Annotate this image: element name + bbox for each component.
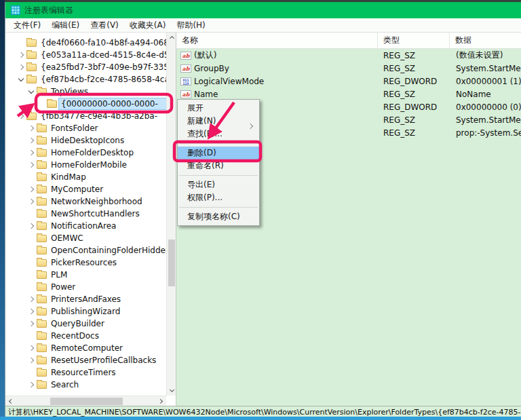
tree-item[interactable]: FontsFolder	[5, 122, 166, 134]
tree-item-label[interactable]: HideDesktopIcons	[49, 135, 126, 146]
chevron-right-icon[interactable]	[27, 149, 35, 157]
chevron-right-icon[interactable]	[27, 344, 35, 352]
menu-bar-item[interactable]: 帮助(H)	[171, 18, 210, 33]
context-menu-item[interactable]: 导出(E)	[178, 178, 259, 191]
tree-item[interactable]: {de4f0660-fa10-4b8f-a494-068b	[5, 37, 166, 49]
tree-item[interactable]: ResetUserProfileCallbacks	[5, 354, 166, 366]
chevron-right-icon[interactable]	[27, 381, 35, 389]
tree-item[interactable]: KindMap	[5, 171, 166, 183]
scroll-right-icon[interactable]	[156, 396, 166, 406]
tree-item[interactable]: TopViews	[5, 85, 166, 98]
tree-item-label[interactable]: FontsFolder	[49, 123, 100, 134]
tree-item[interactable]: ResourceTimers	[5, 366, 166, 379]
tree-item[interactable]: {fbb3477e-c9e4-4b3b-a2ba-	[5, 110, 166, 122]
chevron-right-icon[interactable]	[27, 356, 35, 364]
column-header-name[interactable]: 名称	[176, 33, 378, 48]
tree-item-label[interactable]: NewShortcutHandlers	[49, 208, 142, 219]
tree-item-label[interactable]: {de4f0660-fa10-4b8f-a494-068b	[39, 37, 166, 48]
tree-item-label[interactable]: {ea25fbd7-3bf7-409e-b97f-335	[39, 62, 166, 73]
tree-item[interactable]: RemoteComputer	[5, 342, 166, 354]
tree-item[interactable]: HideDesktopIcons	[5, 134, 166, 147]
chevron-right-icon[interactable]	[27, 161, 35, 169]
scroll-up-icon[interactable]	[167, 33, 176, 43]
title-bar[interactable]: 注册表编辑器	[5, 2, 521, 18]
scroll-down-icon[interactable]	[167, 385, 176, 396]
tree-item[interactable]: NotificationArea	[5, 220, 166, 232]
chevron-right-icon[interactable]	[27, 222, 35, 230]
tree-item[interactable]: PLM	[5, 269, 166, 281]
tree-item[interactable]: NetworkNeighborhood	[5, 195, 166, 208]
tree-item[interactable]: {ea25fbd7-3bf7-409e-b97f-335	[5, 61, 166, 73]
tree-item[interactable]: Power	[5, 281, 166, 293]
tree-item-label[interactable]: {fbb3477e-c9e4-4b3b-a2ba-	[39, 111, 159, 121]
tree-item-label[interactable]: ResetUserProfileCallbacks	[49, 355, 158, 366]
tree-item-label[interactable]: {ef87b4cb-f2ce-4785-8658-4ca6	[39, 74, 166, 85]
chevron-right-icon[interactable]	[27, 185, 35, 193]
chevron-right-icon[interactable]	[27, 124, 35, 132]
context-menu-item[interactable]: 展开	[178, 102, 259, 115]
tree-item-label[interactable]: Search	[49, 379, 81, 390]
tree-item-label[interactable]: OEMWC	[49, 233, 85, 244]
context-menu-item[interactable]: 新建(N)	[178, 115, 259, 128]
tree-item[interactable]: HomeFolderMobile	[5, 159, 166, 171]
chevron-right-icon[interactable]	[17, 51, 25, 59]
tree-item[interactable]: {e053a11a-dced-4515-8c4e-d5	[5, 49, 166, 61]
tree-item[interactable]: OpenContainingFolderHiddenList	[5, 244, 166, 256]
tree-item-label[interactable]: NotificationArea	[49, 221, 118, 231]
tree-item-label[interactable]: RemoteComputer	[49, 343, 125, 354]
value-row[interactable]: 011110LogicalViewModeREG_DWORD0x00000001…	[176, 75, 521, 88]
chevron-right-icon[interactable]	[27, 136, 35, 145]
value-row[interactable]: abGroupByREG_SZSystem.StartMenu	[176, 62, 521, 75]
value-row[interactable]: ab(默认)REG_SZ(数值未设置)	[176, 49, 521, 62]
tree-item-label[interactable]: {e053a11a-dced-4515-8c4e-d5	[39, 50, 166, 60]
tree-item[interactable]: NewShortcutHandlers	[5, 208, 166, 220]
tree-vscroll-thumb[interactable]	[168, 240, 175, 287]
context-menu-item[interactable]: 查找(F)...	[178, 128, 259, 140]
tree-item-label[interactable]: NetworkNeighborhood	[49, 196, 144, 207]
chevron-right-icon[interactable]	[27, 320, 35, 328]
context-menu-item[interactable]: 权限(P)...	[178, 191, 259, 204]
tree-item-label[interactable]: HomeFolderDesktop	[49, 147, 136, 158]
tree-item-label[interactable]: PublishingWizard	[49, 306, 122, 317]
tree-item-label[interactable]: RecentDocs	[49, 330, 101, 341]
tree-item-label[interactable]: Power	[49, 282, 77, 292]
tree-item[interactable]: {ef87b4cb-f2ce-4785-8658-4ca6	[5, 73, 166, 85]
tree-item[interactable]: Search	[5, 379, 166, 391]
tree-item-label[interactable]: PLM	[49, 269, 69, 280]
tree-hscroll-thumb[interactable]	[50, 398, 123, 405]
chevron-right-icon[interactable]	[17, 112, 25, 120]
tree-item[interactable]: {00000000-0000-0000-	[5, 98, 166, 110]
tree-item-label[interactable]: PickerResources	[49, 257, 119, 268]
chevron-down-icon[interactable]	[17, 75, 25, 83]
tree-item[interactable]: PrintersAndFaxes	[5, 293, 166, 305]
tree-item[interactable]: PickerResources	[5, 256, 166, 269]
tree-item[interactable]: PublishingWizard	[5, 305, 166, 318]
menu-bar-item[interactable]: 编辑(E)	[46, 18, 85, 33]
tree-horizontal-scrollbar[interactable]	[5, 396, 166, 406]
tree-vertical-scrollbar[interactable]	[166, 33, 176, 396]
tree-item-label[interactable]: {00000000-0000-0000-	[59, 98, 166, 109]
tree-item-label[interactable]: PrintersAndFaxes	[49, 294, 123, 305]
context-menu-item[interactable]: 重命名(R)	[178, 159, 259, 172]
column-header-data[interactable]: 数据	[450, 33, 521, 48]
tree-item[interactable]: OEMWC	[5, 232, 166, 244]
scroll-left-icon[interactable]	[5, 396, 16, 406]
tree-item[interactable]: MyComputer	[5, 183, 166, 195]
context-menu-item[interactable]: 复制项名称(C)	[178, 210, 259, 223]
tree-item-label[interactable]: KindMap	[49, 172, 88, 183]
tree-item-label[interactable]: QueryBuilder	[49, 318, 107, 329]
chevron-right-icon[interactable]	[17, 63, 25, 71]
column-header-type[interactable]: 类型	[378, 33, 450, 48]
chevron-down-icon[interactable]	[27, 88, 35, 96]
context-menu-item[interactable]: 删除(D)	[178, 147, 259, 159]
tree-item-label[interactable]: OpenContainingFolderHiddenList	[49, 245, 166, 256]
menu-bar-item[interactable]: 文件(F)	[8, 18, 46, 33]
menu-bar-item[interactable]: 收藏夹(A)	[124, 18, 172, 33]
tree-item-label[interactable]: MyComputer	[49, 184, 105, 195]
menu-bar-item[interactable]: 查看(V)	[85, 18, 124, 33]
tree-item[interactable]: HomeFolderDesktop	[5, 147, 166, 159]
chevron-right-icon[interactable]	[27, 307, 35, 316]
chevron-right-icon[interactable]	[27, 295, 35, 303]
tree-item-label[interactable]: TopViews	[49, 86, 90, 97]
tree-item[interactable]: RecentDocs	[5, 330, 166, 342]
